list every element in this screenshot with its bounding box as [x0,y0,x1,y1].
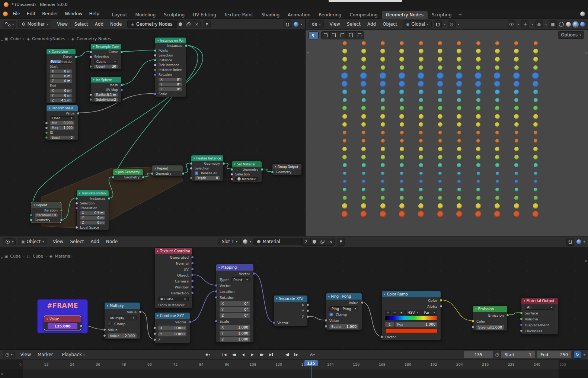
instance-on-points-z[interactable]: Z0° [155,87,186,91]
menu-marker[interactable]: Marker [34,351,56,358]
instance-on-points-x[interactable]: X0° [155,77,186,82]
shader-type-dropdown[interactable]: ▣ Object ▾ [18,238,47,245]
instance-on-points-input-socket[interactable] [154,59,157,62]
repeat-output-header[interactable]: ▾Repeat [152,165,183,171]
resample-curve-input-socket[interactable] [89,55,92,58]
ico-sphere-subdivisions[interactable]: Subdivisions2 [91,97,121,102]
snap-toggle[interactable] [434,20,442,28]
proportional-edit-button[interactable]: ◎ [448,20,456,28]
ico-sphere-output-socket[interactable] [120,84,123,87]
collapse-icon[interactable]: ▾ [194,157,195,160]
menu-node[interactable]: Node [103,238,121,245]
texture-coordinate-output-socket[interactable] [191,291,194,294]
workspace-tab-shading[interactable]: Shading [257,11,284,19]
texture-coordinate-output-socket[interactable] [191,285,194,288]
collapse-icon[interactable]: ▾ [328,295,330,298]
repeat-input-iterations[interactable]: Iterations10 [31,213,61,217]
workspace-tab-rendering[interactable]: Rendering [314,11,345,19]
workspace-tab-animation[interactable]: Animation [284,11,314,19]
translate-instances-z[interactable]: Z0 m [77,220,109,225]
node-repeat-input[interactable]: ▾RepeatIterationIterations10Geometry [31,202,61,223]
node-translate-instances[interactable]: ▾Translate InstancesInstancesSelectionTr… [76,190,109,230]
node-join-geometry[interactable]: ▾Join GeometryGeometry [113,169,143,180]
workspace-tab-texture-paint[interactable]: Texture Paint [220,11,257,19]
workspace-tab-scripting[interactable]: Scripting [428,11,456,19]
texture-coordinate-output-socket[interactable] [191,280,194,282]
play-reverse-button[interactable]: ◀ [240,351,247,358]
breadcrumb-item-cube[interactable]: Cube [10,36,20,41]
workspace-tab-modeling[interactable]: Modeling [131,11,160,19]
collapse-icon[interactable]: ▾ [157,250,159,253]
collapse-icon[interactable]: ▾ [93,45,95,48]
separate-xyz-header[interactable]: ▾Separate XYZ [274,295,307,302]
curve-line-x[interactable]: X0 m [47,69,76,74]
set-material-input-socket[interactable] [230,173,233,176]
math-multiply-multiply[interactable]: Multiply▾ [105,315,140,321]
random-value-input-socket[interactable] [45,136,48,139]
math-multiply-value[interactable]: Value-2.100 [105,333,140,339]
orientation-dropdown[interactable]: ⊕ Global ▾ [403,20,432,28]
node-combine-xyz[interactable]: ▾Combine XYZVectorX0.000Y0.000Z [154,312,190,343]
realize-instances-header[interactable]: ▾Realize Instances [191,155,223,161]
menu-view[interactable]: View [17,351,34,358]
mapping-input-socket[interactable] [215,296,218,299]
frame-forward-button[interactable]: ▶ [293,351,300,358]
color-ramp-ramptools[interactable]: +−▾HSV▾Far▾ [382,309,441,315]
material-output-header[interactable]: ▾Material Output [521,298,558,304]
menu-render[interactable]: Render [39,10,61,17]
chevron-down-icon[interactable]: ▾ [531,23,533,26]
shading-wireframe-button[interactable] [559,22,564,27]
mapping-input-socket[interactable] [215,320,218,323]
ping-pong-input-socket[interactable] [325,319,327,322]
xray-toggle[interactable]: ▦ [549,20,557,28]
menu-file[interactable]: File [9,10,23,17]
menu-playback[interactable]: Playback ▾ [58,351,88,358]
node-color-ramp[interactable]: ▾Color RampColorAlpha+−▾HSV▾Far▾1Pos1.00… [381,291,441,340]
chevron-down-icon[interactable]: ▾ [250,240,251,243]
collapse-icon[interactable]: ▾ [475,308,477,311]
menu-edit[interactable]: Edit [23,10,39,17]
current-frame-field[interactable]: 135 [464,351,493,358]
end-frame-field[interactable]: End 250 [537,351,571,358]
expand-arrow[interactable]: » [307,51,309,55]
viewport-canvas[interactable] [306,30,588,236]
collapse-icon[interactable]: ▾ [275,165,276,168]
menu-help[interactable]: Help [86,10,102,17]
curve-line-header[interactable]: ▾Curve Line [47,49,76,54]
prev-keyframe-button[interactable]: ◀◀ [230,351,237,358]
timeline-track[interactable] [0,369,588,378]
shading-rendered-button[interactable] [580,22,585,27]
value-output-socket[interactable] [80,324,83,327]
menu-object[interactable]: Object [379,20,400,28]
mode-dropdown-clipped[interactable]: de ▾ [309,20,324,28]
group-output-header[interactable]: ▾Group Output [272,164,301,169]
instance-on-points-input-socket[interactable] [154,64,157,67]
color-ramp-gradient[interactable] [382,315,441,321]
emission-header[interactable]: ▾Emission [473,306,507,312]
resample-curve-header[interactable]: ▾Resample Curve [91,44,121,49]
collapse-icon[interactable]: ▾ [218,266,220,269]
random-value-min[interactable]: Min0.200 [47,120,78,125]
ico-sphere-header[interactable]: ▾Ico Sphere [91,77,121,83]
frame-back-button[interactable]: ◀ [284,351,291,358]
texture-coordinate-output-socket[interactable] [191,274,194,277]
node-resample-curve[interactable]: ▾Resample CurveCurveSelectionCount▾Count… [90,43,122,70]
ping-pong-clamp[interactable]: ✓Clamp [326,311,362,317]
node-mapping[interactable]: ▾MappingVectorType:Point▾VectorLocationR… [216,264,254,343]
separate-xyz-output-socket[interactable] [306,309,309,312]
snap-button[interactable] [566,238,574,246]
play-button[interactable]: ▶ [249,351,256,358]
ping-pong-input-socket[interactable] [325,325,327,328]
unlink-button[interactable]: × [327,238,335,246]
random-value-header[interactable]: ▾Random Value [47,105,78,111]
node-tree-selector[interactable]: ◈ Geometry Nodes [127,20,176,28]
editor-type-button[interactable]: ▾ [3,21,16,28]
combine-xyz-y[interactable]: Y0.000 [155,331,190,337]
new-data-button[interactable] [185,20,192,28]
jump-to-end-button[interactable]: ▶ [268,351,275,358]
collapse-icon[interactable]: ▾ [154,167,156,170]
pin-button[interactable] [337,238,345,246]
node-material-output[interactable]: ▾Material OutputAll▾SurfaceVolumeDisplac… [521,297,558,335]
random-value-float[interactable]: Float▾ [47,116,78,120]
collapse-icon[interactable]: ▾ [276,297,278,300]
